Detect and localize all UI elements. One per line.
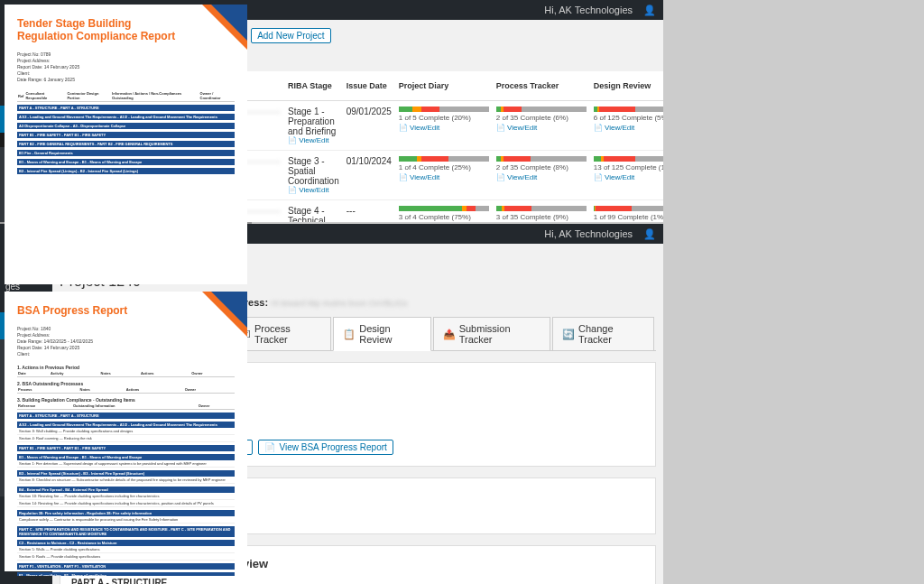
add-project-button[interactable]: Add New Project (251, 28, 330, 43)
doc-meta: Project No: 0789Project Address:Report D… (17, 51, 235, 83)
doc-title: BSA Progress Report (17, 304, 180, 317)
col-design: Design Review (590, 71, 663, 101)
view-edit-link[interactable]: 📄 View/Edit (399, 173, 489, 181)
corner-decoration (211, 292, 247, 328)
view-edit-link[interactable]: 📄 View/Edit (496, 173, 587, 181)
col-diary: Project Diary (395, 71, 493, 101)
col-issue: Issue Date (343, 71, 395, 101)
tab-submission-tracker[interactable]: 📤 Submission Tracker (433, 317, 550, 350)
greeting[interactable]: Hi, AK Technologies (544, 228, 633, 239)
doc-table: RefConsultant ResponsibleContractor Desi… (17, 90, 235, 102)
tab-change-tracker[interactable]: 🔄 Change Tracker (552, 317, 654, 350)
tender-report-doc: Tender Stage Building Regulation Complia… (5, 5, 247, 284)
view-edit-link[interactable]: 📄 View/Edit (399, 124, 489, 132)
corner-decoration (211, 5, 247, 41)
view-edit-link[interactable]: 📄 View/Edit (594, 173, 663, 181)
view-edit-link[interactable]: 📄 View/Edit (288, 136, 339, 144)
view-edit-link[interactable]: 📄 View/Edit (288, 186, 339, 194)
view-edit-link[interactable]: 📄 View/Edit (594, 124, 663, 132)
greeting[interactable]: Hi, AK Technologies (544, 5, 633, 15)
doc-title: Tender Stage Building Regulation Complia… (17, 17, 180, 42)
col-process: Process Tracker (493, 71, 590, 101)
col-riba: RIBA Stage (284, 71, 343, 101)
bsa-report-doc: BSA Progress Report Project No: 1840Proj… (5, 292, 247, 571)
view-edit-link[interactable]: 📄 View/Edit (496, 124, 587, 132)
tab-design-review[interactable]: 📋 Design Review (333, 317, 430, 351)
view-bsa-button[interactable]: 📄 View BSA Progress Report (258, 440, 393, 455)
